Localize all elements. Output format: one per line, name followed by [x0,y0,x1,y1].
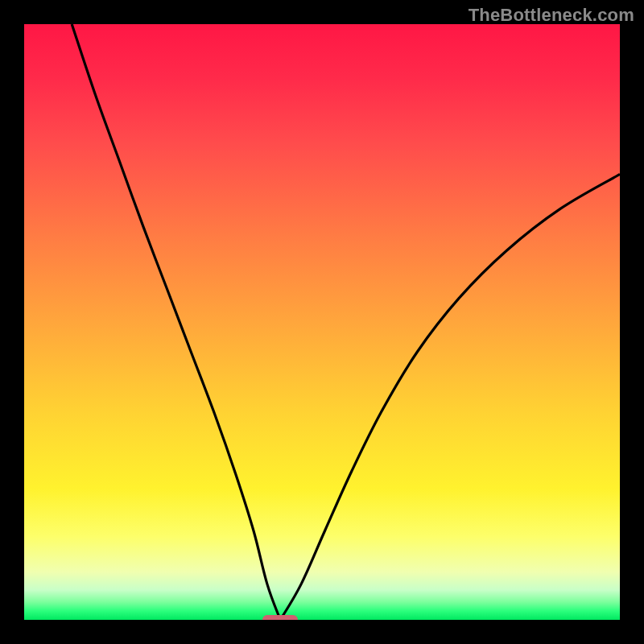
chart-frame: TheBottleneck.com [0,0,644,644]
curve-svg [24,24,620,620]
plot-area [24,24,620,620]
left-branch-curve [72,24,280,620]
watermark-text: TheBottleneck.com [469,5,634,26]
right-branch-curve [280,174,620,620]
minimum-marker [262,615,298,620]
